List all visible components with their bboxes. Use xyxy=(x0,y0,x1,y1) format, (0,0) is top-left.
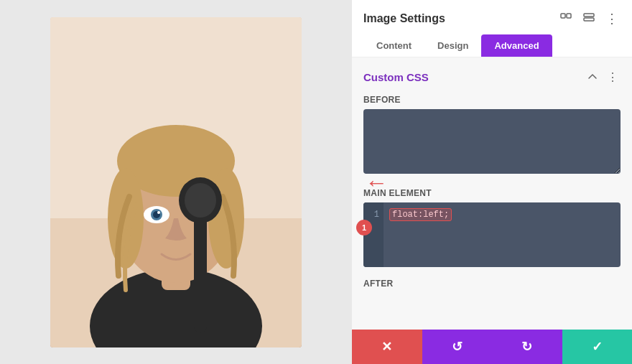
redo-button[interactable]: ↻ xyxy=(492,330,562,364)
before-field-group: Before xyxy=(363,95,621,177)
panel-title: Image Settings xyxy=(363,12,445,25)
panel-header: Image Settings ⋮ xyxy=(352,0,632,57)
code-editor-area: 1 float:left; xyxy=(363,202,621,267)
confirm-button[interactable]: ✓ xyxy=(562,330,633,364)
panel-body: Custom CSS ⋮ Before Main Element 1 xyxy=(352,57,632,330)
code-content[interactable]: float:left; xyxy=(384,202,621,267)
svg-rect-16 xyxy=(567,14,571,18)
svg-point-11 xyxy=(157,211,160,214)
confirm-icon: ✓ xyxy=(592,339,603,355)
photo-container xyxy=(50,17,302,347)
svg-rect-17 xyxy=(584,14,594,17)
portrait-image xyxy=(50,17,302,347)
left-panel: ← xyxy=(0,0,352,364)
section-more-icon: ⋮ xyxy=(607,70,618,84)
line-number-1: 1 xyxy=(368,208,379,222)
main-element-label: Main Element xyxy=(363,188,621,198)
redo-icon: ↻ xyxy=(521,339,532,355)
chevron-up-icon xyxy=(587,72,598,82)
svg-point-14 xyxy=(185,183,216,218)
panel-footer: ✕ ↺ ↻ ✓ xyxy=(352,330,632,364)
main-element-field-group: Main Element 1 1 float:left; xyxy=(363,188,621,267)
right-panel: Image Settings ⋮ xyxy=(352,0,632,364)
section-controls: ⋮ xyxy=(585,69,621,85)
before-label: Before xyxy=(363,95,621,105)
panels-icon xyxy=(583,13,595,24)
badge-indicator: 1 xyxy=(356,220,372,235)
tab-content[interactable]: Content xyxy=(363,34,424,57)
undo-icon: ↺ xyxy=(452,339,463,355)
collapse-btn[interactable] xyxy=(585,69,600,85)
panel-title-row: Image Settings ⋮ xyxy=(363,10,621,27)
after-field-group: After xyxy=(363,279,621,289)
more-icon: ⋮ xyxy=(605,12,618,25)
section-header: Custom CSS ⋮ xyxy=(363,69,621,85)
cancel-button[interactable]: ✕ xyxy=(352,330,422,364)
undo-button[interactable]: ↺ xyxy=(422,330,493,364)
panels-icon-btn[interactable] xyxy=(580,10,598,27)
panel-icons: ⋮ xyxy=(557,10,621,27)
section-title: Custom CSS xyxy=(363,71,429,83)
section-more-btn[interactable]: ⋮ xyxy=(605,69,621,85)
tabs-row: Content Design Advanced xyxy=(363,34,621,57)
svg-rect-15 xyxy=(561,14,565,18)
more-icon-btn[interactable]: ⋮ xyxy=(603,10,621,27)
after-label: After xyxy=(363,279,621,289)
expand-icon xyxy=(560,13,572,24)
cancel-icon: ✕ xyxy=(381,339,392,355)
tab-advanced[interactable]: Advanced xyxy=(481,34,552,57)
code-highlight: float:left; xyxy=(389,208,452,221)
before-textarea[interactable] xyxy=(363,109,621,174)
expand-icon-btn[interactable] xyxy=(557,10,575,27)
tab-design[interactable]: Design xyxy=(424,34,481,57)
svg-rect-18 xyxy=(584,18,594,21)
